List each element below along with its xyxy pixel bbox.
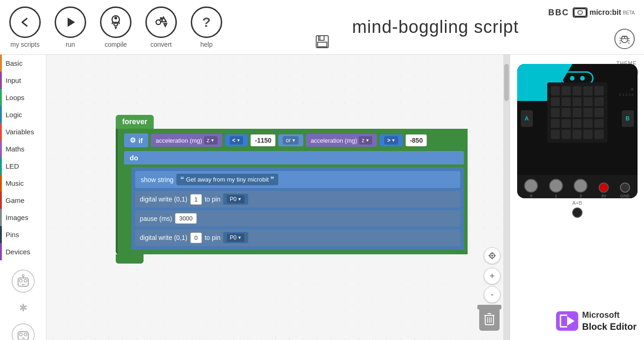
svg-point-5 <box>114 22 118 26</box>
svg-point-38 <box>491 255 493 257</box>
block-workspace[interactable]: forever ⚙ if acceleration (mg) z < <box>116 115 468 264</box>
lt-operator[interactable]: < <box>225 134 248 146</box>
canvas-area[interactable]: forever ⚙ if acceleration (mg) z < <box>46 55 510 340</box>
svg-line-24 <box>628 43 630 44</box>
zoom-out-button[interactable]: - <box>484 286 500 303</box>
pin-p0-2[interactable]: P0 <box>223 232 248 243</box>
if-block[interactable]: ⚙ if <box>124 133 148 147</box>
pause-val[interactable]: 3000 <box>175 213 197 224</box>
sidebar-item-music[interactable]: Music <box>0 175 46 192</box>
compile-button[interactable]: compile <box>100 6 131 48</box>
pin-circle-2[interactable] <box>574 179 588 193</box>
svg-rect-33 <box>18 332 28 340</box>
show-string-block[interactable]: show string ❝ Get away from my tiny micr… <box>135 171 460 188</box>
pin-p0-1[interactable]: P0 <box>223 194 248 205</box>
value-neg1150[interactable]: -1150 <box>250 134 275 146</box>
sidebar-item-game[interactable]: Game <box>0 192 46 209</box>
sidebar-item-basic[interactable]: Basic <box>0 55 46 72</box>
sidebar-item-loops[interactable]: Loops <box>0 89 46 106</box>
forever-block[interactable]: forever <box>116 115 154 129</box>
convert-button[interactable]: convert <box>145 6 177 48</box>
sidebar-robot-icon-2[interactable] <box>12 323 35 340</box>
help-button[interactable]: ? help <box>191 6 222 48</box>
axis-dropdown-1[interactable]: z <box>204 136 218 145</box>
led-1-4 <box>594 97 604 107</box>
digital-write-block-1[interactable]: digital write (0,1) 1 to pin P0 <box>135 191 460 208</box>
sidebar-item-maths[interactable]: Maths <box>0 140 46 157</box>
sidebar-item-devices[interactable]: Devices <box>0 243 46 260</box>
page-title: mind-boggling script <box>236 17 635 37</box>
sidebar-item-input[interactable]: Input <box>0 72 46 89</box>
lt-dropdown[interactable]: < <box>230 136 244 145</box>
sidebar-item-logic[interactable]: Logic <box>0 106 46 123</box>
string-value[interactable]: ❝ Get away from my tiny microbit ❞ <box>176 174 278 185</box>
svg-rect-25 <box>574 9 586 16</box>
button-a[interactable]: A <box>521 110 533 127</box>
compile-label: compile <box>105 41 127 48</box>
beta-badge: BETA <box>623 10 635 15</box>
or-dropdown[interactable]: or <box>283 136 299 145</box>
bug-icon[interactable] <box>614 29 635 49</box>
led-0-3 <box>583 86 593 95</box>
sidebar-item-images[interactable]: Images <box>0 209 46 226</box>
scroll-thumb[interactable] <box>504 64 509 101</box>
led-4-4 <box>594 130 604 139</box>
write-val-0[interactable]: 0 <box>190 233 202 243</box>
pin-dropdown-2[interactable]: P0 <box>227 233 244 242</box>
led-0-1 <box>562 86 571 95</box>
microbit-pins-row: 0 1 2 3V GND <box>517 175 638 198</box>
led-2-2 <box>573 108 582 117</box>
gt-operator[interactable]: > <box>380 134 403 146</box>
led-3-1 <box>562 119 571 128</box>
play-icon <box>567 316 575 326</box>
led-3-0 <box>551 119 560 128</box>
sidebar-item-pins[interactable]: Pins <box>0 226 46 243</box>
write-val-1[interactable]: 1 <box>190 194 202 205</box>
led-2-0 <box>551 108 560 117</box>
pin-3v: 3V <box>599 183 609 198</box>
center-button[interactable] <box>484 247 500 264</box>
sidebar-asterisk-icon[interactable]: ✱ <box>19 302 27 314</box>
pin-circle-1[interactable] <box>549 179 563 193</box>
do-body: show string ❝ Get away from my tiny micr… <box>131 167 464 250</box>
pin-circle-3v[interactable] <box>599 183 609 193</box>
pin-circle-0[interactable] <box>524 179 538 193</box>
led-4-3 <box>583 130 593 139</box>
led-3-4 <box>594 119 604 128</box>
ab-dot-button[interactable] <box>572 208 582 218</box>
ms-text-line1: Microsoft <box>582 310 637 321</box>
or-block[interactable]: or <box>278 134 303 146</box>
microbit-preview-panel: THEME <box>510 55 644 340</box>
svg-point-34 <box>19 333 22 336</box>
sidebar-item-led[interactable]: LED <box>0 157 46 175</box>
digital-write-block-2[interactable]: digital write (0,1) 0 to pin P0 <box>135 229 460 246</box>
zoom-controls: + - <box>484 247 500 303</box>
led-3-3 <box>583 119 593 128</box>
my-scripts-label: my scripts <box>11 41 40 48</box>
forever-bottom <box>116 254 144 264</box>
trash-button[interactable] <box>479 308 500 331</box>
sidebar-robot-icon-1[interactable] <box>12 270 35 293</box>
pin-label-1: 1 <box>555 194 557 198</box>
save-icon[interactable] <box>315 35 329 50</box>
svg-marker-0 <box>68 18 75 27</box>
button-b[interactable]: B <box>622 110 634 127</box>
pause-block[interactable]: pause (ms) 3000 <box>135 210 460 227</box>
pin-circle-gnd[interactable] <box>620 183 630 193</box>
axis-dropdown-2[interactable]: z <box>359 136 372 145</box>
gt-dropdown[interactable]: > <box>384 136 398 145</box>
value-neg850[interactable]: -850 <box>406 134 427 146</box>
face-eye-right <box>580 76 585 81</box>
ms-text-line2: Block Editor <box>582 321 637 333</box>
acceleration-block-2[interactable]: acceleration (mg) z <box>306 134 377 147</box>
convert-label: convert <box>150 41 172 48</box>
brand-logos: BBC micro:bit BETA <box>548 7 635 18</box>
acceleration-block-1[interactable]: acceleration (mg) z <box>151 134 222 147</box>
my-scripts-button[interactable]: my scripts <box>9 6 41 48</box>
run-button[interactable]: run <box>55 6 86 48</box>
scrollbar[interactable] <box>503 55 510 340</box>
gear-icon: ⚙ <box>130 136 136 145</box>
sidebar-item-variables[interactable]: Variables <box>0 123 46 140</box>
pin-dropdown-1[interactable]: P0 <box>227 195 244 203</box>
zoom-in-button[interactable]: + <box>484 268 500 284</box>
